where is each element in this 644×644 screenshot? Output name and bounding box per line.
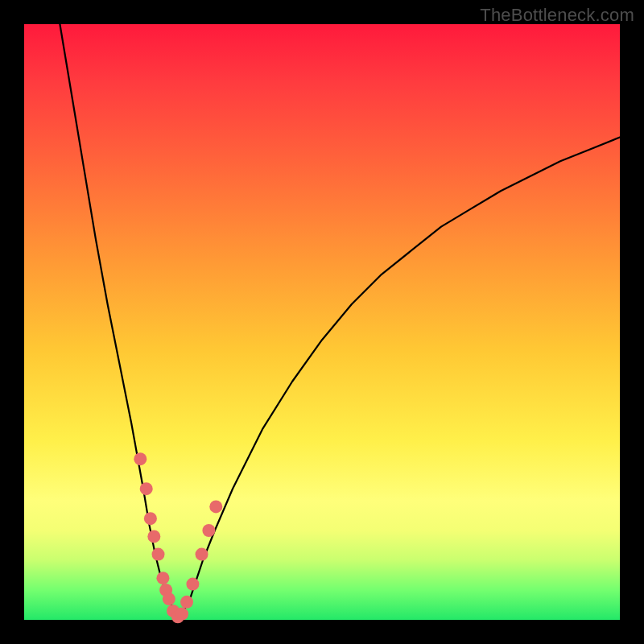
- marker-point: [134, 452, 147, 465]
- marker-point: [180, 596, 193, 609]
- marker-point: [175, 608, 188, 621]
- marker-point: [163, 592, 175, 605]
- watermark-text: TheBottleneck.com: [480, 5, 634, 26]
- curve-left-branch: [60, 24, 179, 620]
- marker-point: [202, 524, 215, 537]
- curve-line: [60, 24, 620, 620]
- curve-svg: [24, 24, 620, 620]
- marker-point: [144, 512, 157, 525]
- marker-point: [156, 572, 169, 584]
- marker-point: [186, 578, 199, 591]
- plot-area: [24, 24, 620, 620]
- marker-point: [196, 548, 208, 561]
- marker-point: [147, 530, 160, 543]
- marker-point: [209, 500, 222, 513]
- marker-point: [152, 548, 165, 561]
- marker-group: [134, 452, 222, 623]
- chart-frame: TheBottleneck.com: [0, 0, 644, 644]
- curve-right-branch: [179, 138, 620, 620]
- marker-point: [140, 482, 153, 495]
